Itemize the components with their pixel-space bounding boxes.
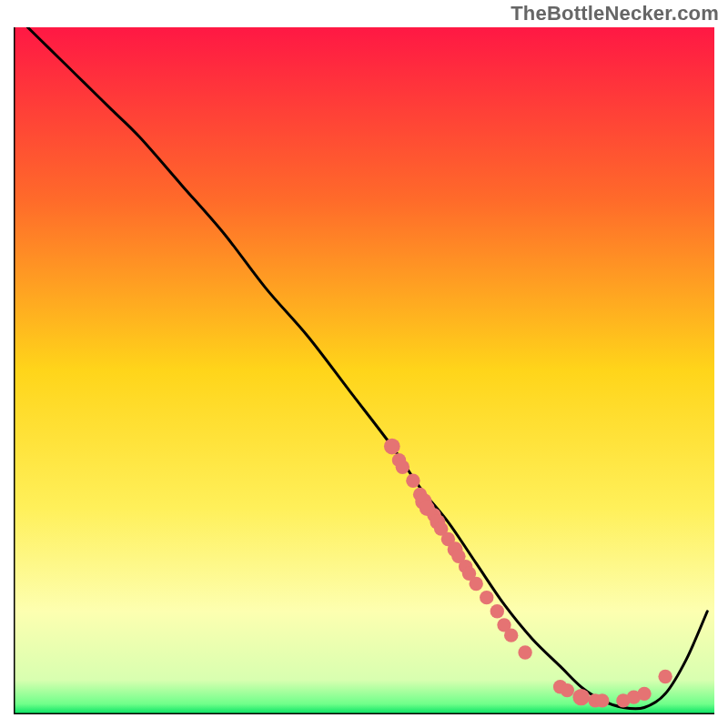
data-dot [480, 591, 493, 604]
data-dot [504, 628, 518, 642]
data-dot [561, 683, 574, 697]
data-dot [384, 439, 400, 455]
data-dot [396, 460, 410, 474]
chart-stage: TheBottleNecker.com [0, 0, 728, 728]
data-dot [595, 693, 609, 707]
attribution-text: TheBottleNecker.com [511, 2, 719, 25]
data-dot [572, 689, 589, 705]
plot-background [14, 27, 714, 714]
data-dot [406, 474, 420, 488]
data-dot [490, 604, 504, 618]
data-dot [518, 645, 531, 659]
data-dot [470, 577, 483, 591]
bottleneck-chart [14, 27, 714, 714]
data-dot [658, 670, 672, 683]
data-dot [637, 687, 651, 701]
